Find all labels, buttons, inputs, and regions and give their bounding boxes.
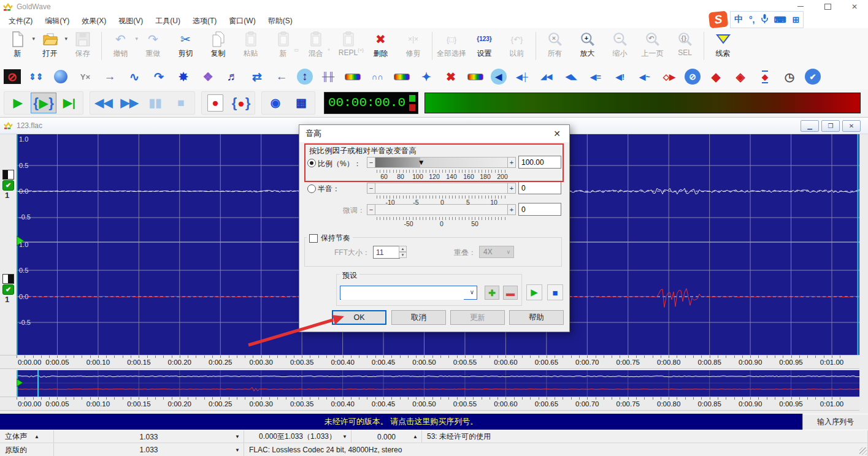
pop-removal-icon[interactable]: ✦ [417, 67, 436, 86]
status-cell[interactable]: 立体声▲ [0, 430, 54, 443]
noise-reduction-icon[interactable]: ✖ [442, 67, 460, 86]
menu-tool[interactable]: 工具(U) [149, 13, 186, 29]
semitone-radio[interactable] [307, 184, 316, 193]
spin-up-icon[interactable]: ▲ [399, 246, 407, 252]
paste-new-button[interactable]: ▭新 [267, 29, 299, 63]
echo-icon[interactable] [52, 67, 70, 86]
match-volume-icon[interactable]: ◀= [586, 67, 605, 86]
cut-button[interactable]: ✂剪切 [169, 29, 202, 63]
flanger-icon[interactable]: → [101, 67, 119, 86]
scale-radio-label[interactable]: 比例（%）： [318, 159, 361, 169]
zoom-all-button[interactable]: ×所有 [539, 29, 571, 63]
slider-track[interactable] [375, 183, 507, 194]
interpolate-icon[interactable]: ❖ [199, 67, 217, 86]
monitor-button[interactable]: ◉ [263, 93, 288, 113]
remove-preset-button[interactable]: ▬ [503, 286, 518, 300]
slider-track[interactable]: ▼ [375, 157, 507, 168]
equalizer-icon[interactable]: ╫╫ [319, 67, 337, 86]
channel2-enabled-checkbox[interactable]: ✔ [2, 284, 14, 295]
status-cell[interactable]: 0.000▲ [351, 430, 422, 443]
save-button[interactable]: 保存 [66, 29, 99, 63]
doppler-icon[interactable]: ⇕⇕ [27, 67, 45, 86]
playback-device-icon[interactable]: ⊘ [4, 69, 21, 84]
fft-size-spinner[interactable]: ▲▼ [399, 246, 407, 258]
overview-display[interactable] [17, 370, 859, 397]
menu-options[interactable]: 选项(T) [186, 13, 223, 29]
help-button[interactable]: 帮助 [509, 310, 564, 325]
volume-icon[interactable]: ↕ [297, 69, 313, 85]
status-cell[interactable]: FLAC: Lossless Codec 24 bit, 48000Hz, st… [244, 443, 868, 456]
menu-help[interactable]: 帮助(S) [262, 13, 299, 29]
insert-space-icon[interactable]: ◈ [731, 67, 750, 86]
set-selection-button[interactable]: {123}设置 [468, 29, 501, 63]
volume-shape-icon[interactable]: ◀~ [636, 67, 654, 86]
resize-grip[interactable] [859, 447, 867, 455]
record-button[interactable]: ● [202, 93, 228, 113]
update-button[interactable]: 更新 [450, 310, 505, 325]
loudness-icon[interactable]: ◀! [611, 67, 629, 86]
sogou-logo-icon[interactable]: S [709, 11, 729, 29]
record-selection-button[interactable]: ● [228, 93, 254, 113]
status-cell[interactable]: 53: 未经许可的使用 [422, 430, 868, 443]
slider-minus-button[interactable]: − [367, 183, 375, 194]
zoom-out-button[interactable]: −缩小 [604, 29, 636, 63]
spin-down-icon[interactable]: ▼ [399, 252, 407, 258]
zoom-selection-button[interactable]: {}SEL [669, 29, 701, 63]
keyboard-icon[interactable]: ⌨ [774, 15, 786, 25]
offset-icon[interactable]: ← [272, 67, 291, 86]
status-arrow-icon[interactable]: ▲ [413, 434, 418, 439]
license-message[interactable]: 未经许可的版本。 请点击这里购买序列号。 [0, 416, 802, 427]
timer-icon[interactable]: ◷ [780, 67, 799, 86]
undo-button[interactable]: ↶▾撤销 [104, 29, 137, 63]
status-arrow-icon[interactable]: ▲ [34, 434, 39, 439]
mechanize-icon[interactable]: ✸ [174, 67, 193, 86]
status-arrow-icon[interactable]: ▼ [235, 447, 240, 453]
doc-restore-button[interactable]: ❐ [821, 120, 840, 132]
time-warp-icon[interactable]: ⇄ [248, 67, 266, 86]
slider-thumb-icon[interactable]: ▼ [418, 158, 425, 167]
doc-close-button[interactable]: ✕ [842, 120, 861, 132]
ok-button[interactable]: OK [332, 310, 386, 325]
scale-slider[interactable]: − ▼ + [367, 157, 516, 168]
delete-button[interactable]: ✖删除 [364, 29, 397, 63]
reverse-icon[interactable]: ↷ [150, 67, 168, 86]
slider-plus-button[interactable]: + [507, 157, 516, 168]
fast-forward-button[interactable]: ▶▶ [117, 93, 142, 113]
overlap-dropdown[interactable]: 4X ∨ [479, 246, 514, 258]
playback-rate-icon[interactable]: ◇▶ [660, 67, 678, 86]
marker-icon[interactable]: ◆ [756, 67, 774, 86]
dialog-title-bar[interactable]: 音高 [299, 125, 569, 142]
close-button[interactable]: ✕ [841, 0, 868, 13]
preset-combo-input[interactable] [341, 287, 464, 300]
fft-size-input[interactable] [373, 246, 400, 259]
spectrum-filter-icon[interactable] [466, 67, 485, 86]
preset-combo[interactable]: ∨ [340, 286, 477, 300]
slider-minus-button[interactable]: − [367, 157, 375, 168]
scale-radio[interactable] [307, 159, 316, 167]
zoom-previous-button[interactable]: ↶上一页 [636, 29, 669, 63]
status-arrow-icon[interactable]: ▼ [235, 434, 240, 439]
channel1-enabled-checkbox[interactable]: ✔ [2, 180, 14, 191]
chevron-down-icon[interactable]: ∨ [470, 289, 474, 295]
doc-minimize-button[interactable]: ▁ [801, 120, 819, 132]
expression-evaluator-icon[interactable]: Y× [76, 67, 94, 86]
add-preset-button[interactable]: ✚ [485, 286, 499, 300]
rewind-button[interactable]: ◀◀ [91, 93, 117, 113]
filter-icon[interactable]: ∿ [125, 67, 144, 86]
slider-minus-button[interactable]: − [367, 204, 375, 215]
maximize-button[interactable] [814, 0, 841, 13]
status-arrow-icon[interactable]: ▼ [342, 434, 347, 439]
menu-view[interactable]: 视图(V) [112, 13, 149, 29]
cue-points-button[interactable]: 线索 [707, 29, 739, 63]
resample-icon[interactable]: ◆ [707, 67, 725, 86]
redo-button[interactable]: ↷重做 [137, 29, 169, 63]
control-properties-button[interactable]: ▦ [288, 93, 314, 113]
paste-button[interactable]: 粘贴 [234, 29, 267, 63]
pitch-icon[interactable]: ♬ [223, 67, 242, 86]
shape-volume-icon[interactable] [344, 67, 362, 86]
fine-tune-value-input[interactable] [518, 203, 561, 216]
play-selection-button[interactable]: ▶ [31, 93, 56, 113]
select-all-button[interactable]: {□}全部选择 [435, 29, 468, 63]
menu-file[interactable]: 文件(Z) [2, 13, 39, 29]
zoom-in-button[interactable]: +放大 [571, 29, 604, 63]
